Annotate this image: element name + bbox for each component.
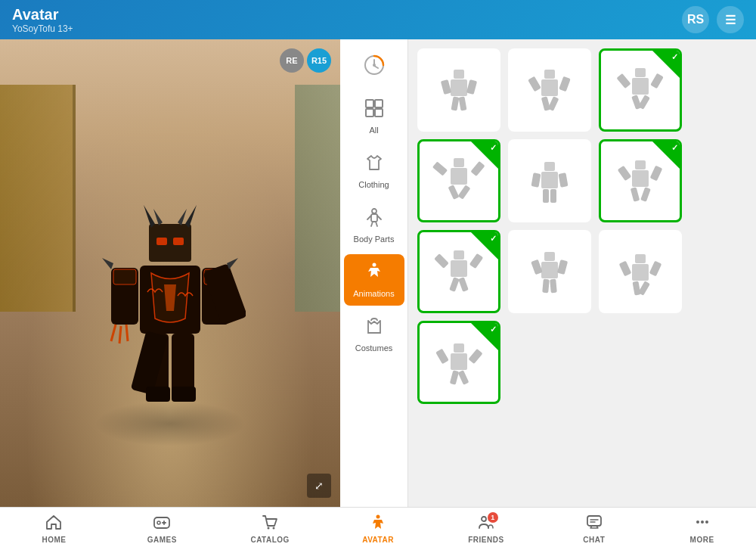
- svg-point-108: [701, 520, 704, 524]
- svg-rect-59: [544, 162, 555, 171]
- svg-rect-40: [458, 96, 466, 110]
- r15-badge[interactable]: R15: [307, 48, 331, 73]
- svg-rect-92: [468, 349, 482, 364]
- svg-rect-77: [544, 252, 555, 261]
- svg-rect-71: [454, 250, 464, 259]
- svg-rect-67: [618, 166, 632, 181]
- animation-card-1[interactable]: [417, 48, 500, 132]
- svg-rect-24: [366, 100, 373, 107]
- svg-rect-48: [632, 78, 649, 95]
- svg-rect-29: [371, 214, 377, 222]
- svg-marker-2: [185, 205, 197, 228]
- svg-point-96: [157, 521, 160, 524]
- svg-rect-85: [619, 261, 632, 277]
- home-label: HOME: [42, 536, 66, 544]
- footer-chat[interactable]: CHAT: [540, 508, 648, 550]
- svg-rect-73: [434, 253, 449, 269]
- chat-label: CHAT: [583, 536, 605, 544]
- svg-rect-94: [458, 370, 469, 385]
- svg-rect-49: [616, 73, 631, 89]
- svg-rect-83: [635, 254, 646, 263]
- animation-card-7[interactable]: ✓: [417, 230, 500, 313]
- svg-rect-69: [631, 187, 640, 201]
- expand-button[interactable]: ⤢: [307, 474, 331, 498]
- header-left: Avatar YoSoyTofu 13+: [12, 6, 73, 34]
- sidebar-item-costumes[interactable]: Costumes: [344, 309, 404, 360]
- svg-rect-36: [451, 79, 467, 96]
- svg-rect-0: [149, 224, 191, 262]
- svg-point-101: [376, 515, 380, 519]
- svg-rect-37: [441, 79, 451, 95]
- re-badge[interactable]: RE: [280, 48, 304, 73]
- catalog-icon: [262, 514, 278, 534]
- animation-card-5[interactable]: [508, 139, 591, 222]
- header-actions: RS ☰: [682, 6, 744, 33]
- svg-rect-88: [638, 281, 650, 296]
- svg-rect-57: [448, 185, 460, 200]
- svg-rect-72: [451, 260, 467, 277]
- footer-avatar[interactable]: AVATAR: [324, 508, 432, 550]
- svg-rect-76: [458, 277, 469, 292]
- footer-more[interactable]: MORE: [648, 508, 756, 550]
- menu-button[interactable]: ☰: [717, 6, 744, 33]
- svg-rect-89: [454, 343, 464, 353]
- animations-icon: [364, 262, 384, 286]
- svg-rect-66: [632, 170, 649, 187]
- sidebar-item-recent[interactable]: [344, 47, 404, 88]
- svg-rect-42: [541, 79, 558, 96]
- svg-point-28: [372, 209, 376, 213]
- svg-rect-64: [550, 189, 556, 203]
- page-title: Avatar: [12, 6, 73, 23]
- footer-friends[interactable]: 1 FRIENDS: [432, 508, 540, 550]
- svg-rect-41: [544, 70, 555, 79]
- svg-rect-75: [449, 277, 460, 292]
- svg-rect-6: [173, 238, 184, 245]
- svg-rect-90: [451, 353, 467, 370]
- svg-rect-44: [559, 76, 571, 92]
- sidebar-item-body-parts[interactable]: Body Parts: [344, 200, 404, 251]
- svg-rect-47: [635, 68, 646, 77]
- svg-marker-19: [227, 258, 238, 269]
- svg-rect-70: [640, 187, 651, 202]
- shelf-decoration-left: [0, 85, 76, 312]
- svg-line-33: [376, 222, 377, 226]
- svg-point-100: [273, 527, 275, 530]
- all-icon: [364, 98, 384, 123]
- footer-catalog[interactable]: CATALOG: [216, 508, 324, 550]
- svg-point-102: [482, 517, 486, 521]
- svg-rect-35: [454, 70, 464, 79]
- svg-point-109: [705, 520, 708, 524]
- svg-rect-61: [531, 172, 541, 187]
- footer-home[interactable]: HOME: [0, 508, 108, 550]
- animation-card-8[interactable]: [508, 230, 591, 313]
- animation-card-3[interactable]: ✓: [599, 48, 682, 132]
- animation-card-6[interactable]: ✓: [599, 139, 682, 222]
- svg-rect-25: [375, 100, 383, 107]
- animation-card-4[interactable]: ✓: [417, 139, 500, 222]
- friends-notification-badge: 1: [488, 512, 498, 523]
- svg-rect-93: [450, 370, 459, 384]
- svg-rect-38: [466, 79, 477, 95]
- animation-card-9[interactable]: [599, 230, 682, 313]
- svg-rect-39: [451, 96, 459, 110]
- svg-rect-63: [543, 189, 549, 203]
- avatar-icon: [370, 514, 386, 534]
- svg-line-32: [371, 222, 373, 226]
- shelf-decoration-right: [295, 85, 340, 312]
- svg-marker-18: [102, 258, 113, 269]
- animation-card-2[interactable]: [508, 48, 591, 132]
- main-content: RE R15 ⤢: [0, 39, 756, 507]
- sidebar-item-all[interactable]: All: [344, 91, 404, 142]
- header-subtitle: YoSoyTofu 13+: [12, 23, 73, 34]
- sidebar-item-animations[interactable]: Animations: [344, 254, 404, 306]
- robux-button[interactable]: RS: [682, 6, 709, 33]
- svg-point-34: [372, 263, 376, 267]
- clock-icon: [364, 54, 385, 80]
- sidebar-item-clothing[interactable]: Clothing: [344, 145, 404, 197]
- animation-card-10[interactable]: ✓: [417, 321, 500, 404]
- footer-games[interactable]: GAMES: [108, 508, 216, 550]
- svg-rect-84: [632, 264, 649, 281]
- sidebar-item-body-parts-label: Body Parts: [354, 235, 395, 244]
- clothing-icon: [364, 153, 384, 177]
- more-icon: [694, 514, 711, 534]
